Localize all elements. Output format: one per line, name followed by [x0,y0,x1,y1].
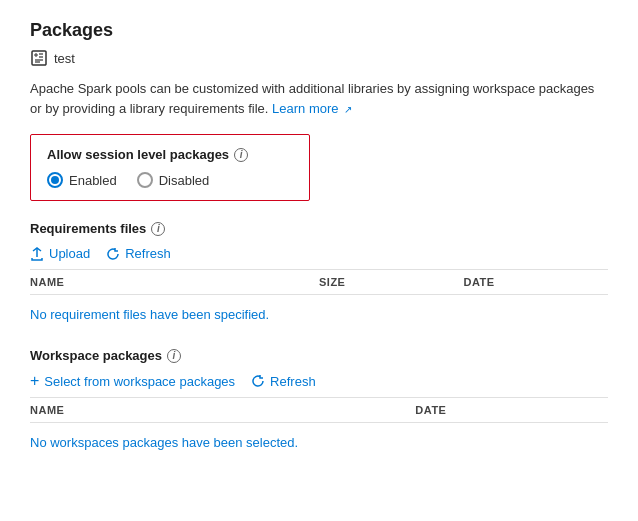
disabled-radio-option[interactable]: Disabled [137,172,210,188]
external-link-icon: ↗ [344,104,352,115]
requirements-info-icon[interactable]: i [151,222,165,236]
requirements-files-section: Requirements files i Upload [30,221,608,328]
enabled-radio-inner [51,176,59,184]
requirements-refresh-button[interactable]: Refresh [106,246,171,261]
workspace-toolbar: + Select from workspace packages Refresh [30,373,608,389]
ws-col-name: NAME [30,404,415,416]
svg-rect-0 [32,51,46,65]
session-packages-section: Allow session level packages i Enabled D… [30,134,310,201]
workspace-packages-info-icon[interactable]: i [167,349,181,363]
upload-icon [30,247,44,261]
plus-icon: + [30,373,39,389]
requirements-empty-message: No requirement files have been specified… [30,301,608,328]
enabled-radio-outer [47,172,63,188]
select-workspace-button[interactable]: + Select from workspace packages [30,373,235,389]
packages-page: Packages test Apache Spark pools can be … [0,0,638,496]
workspace-refresh-button[interactable]: Refresh [251,374,316,389]
requirements-refresh-icon [106,247,120,261]
workspace-packages-title: Workspace packages i [30,348,608,363]
workspace-packages-section: Workspace packages i + Select from works… [30,348,608,456]
req-col-size: SIZE [319,276,464,288]
learn-more-link[interactable]: Learn more ↗ [272,101,352,116]
resource-name-label: test [54,51,75,66]
disabled-radio-outer [137,172,153,188]
session-packages-label: Allow session level packages i [47,147,293,162]
requirements-files-title: Requirements files i [30,221,608,236]
session-packages-info-icon[interactable]: i [234,148,248,162]
workspace-empty-message: No workspaces packages have been selecte… [30,429,608,456]
workspace-table-header: NAME DATE [30,397,608,423]
resource-row: test [30,49,608,67]
req-col-date: DATE [464,276,609,288]
requirements-table-header: NAME SIZE DATE [30,269,608,295]
enabled-radio-option[interactable]: Enabled [47,172,117,188]
description-text: Apache Spark pools can be customized wit… [30,79,608,118]
ws-col-date: DATE [415,404,608,416]
requirements-toolbar: Upload Refresh [30,246,608,261]
workspace-refresh-icon [251,374,265,388]
upload-button[interactable]: Upload [30,246,90,261]
page-title: Packages [30,20,608,41]
session-packages-radio-group: Enabled Disabled [47,172,293,188]
resource-icon [30,49,48,67]
req-col-name: NAME [30,276,319,288]
